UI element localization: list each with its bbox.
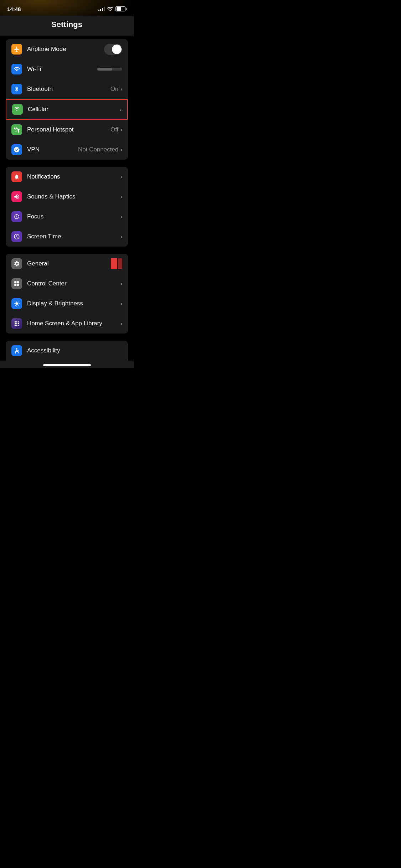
hotspot-chevron: ›	[120, 127, 122, 133]
general-icon	[11, 258, 22, 269]
bluetooth-row[interactable]: Bluetooth On ›	[6, 79, 128, 99]
connectivity-group: Airplane Mode Wi-Fi	[6, 39, 128, 160]
alerts-group: Notifications › Sounds & Haptics ›	[6, 167, 128, 247]
bluetooth-label: Bluetooth	[27, 86, 110, 93]
airplane-mode-icon	[11, 44, 22, 55]
notifications-chevron: ›	[120, 174, 122, 180]
focus-chevron: ›	[120, 214, 122, 219]
display-brightness-row[interactable]: Display & Brightness ›	[6, 294, 128, 314]
bluetooth-icon	[11, 84, 22, 94]
notifications-label: Notifications	[27, 173, 120, 180]
focus-icon	[11, 211, 22, 222]
general-row[interactable]: General	[6, 254, 128, 274]
sounds-label: Sounds & Haptics	[27, 193, 120, 200]
system-group: General Control Center ›	[6, 254, 128, 334]
notifications-row[interactable]: Notifications ›	[6, 167, 128, 187]
airplane-mode-toggle[interactable]	[104, 44, 122, 55]
content: 14:48 Settings	[0, 0, 134, 368]
home-screen-chevron: ›	[120, 321, 122, 326]
display-icon	[11, 298, 22, 309]
accessibility-partial-group: Accessibility	[6, 341, 128, 361]
general-notification-badge	[111, 258, 122, 269]
cellular-label: Cellular	[28, 106, 120, 113]
airplane-mode-row[interactable]: Airplane Mode	[6, 39, 128, 59]
display-brightness-label: Display & Brightness	[27, 300, 120, 307]
home-screen-label: Home Screen & App Library	[27, 320, 120, 327]
status-icons	[98, 6, 127, 12]
vpn-icon	[11, 144, 22, 155]
hotspot-label: Personal Hotspot	[27, 126, 110, 133]
notifications-icon	[11, 171, 22, 182]
hotspot-value: Off	[110, 126, 118, 133]
control-center-row[interactable]: Control Center ›	[6, 274, 128, 294]
signal-bars-icon	[98, 7, 105, 11]
vpn-chevron: ›	[120, 147, 122, 153]
page-wrapper: 14:48 Settings	[0, 0, 134, 368]
sounds-chevron: ›	[120, 194, 122, 200]
wifi-row-icon	[11, 64, 22, 74]
control-center-icon	[11, 278, 22, 289]
home-screen-row[interactable]: Home Screen & App Library ›	[6, 314, 128, 334]
wifi-row[interactable]: Wi-Fi	[6, 59, 128, 79]
screen-time-icon	[11, 231, 22, 242]
cellular-chevron: ›	[120, 107, 122, 112]
sounds-icon	[11, 191, 22, 202]
accessibility-row[interactable]: Accessibility	[6, 341, 128, 361]
bluetooth-chevron: ›	[120, 86, 122, 92]
screen-time-label: Screen Time	[27, 233, 120, 240]
cellular-row[interactable]: Cellular ›	[6, 99, 128, 120]
battery-indicator	[115, 6, 127, 11]
home-indicator-bar	[43, 364, 91, 366]
focus-label: Focus	[27, 213, 120, 220]
bluetooth-value: On	[110, 86, 119, 93]
vpn-value: Not Connected	[78, 146, 118, 153]
general-label: General	[27, 260, 111, 267]
focus-row[interactable]: Focus ›	[6, 207, 128, 227]
screen-time-chevron: ›	[120, 234, 122, 239]
wifi-label: Wi-Fi	[27, 66, 97, 73]
control-center-chevron: ›	[120, 281, 122, 286]
display-brightness-chevron: ›	[120, 301, 122, 306]
screen-time-row[interactable]: Screen Time ›	[6, 227, 128, 247]
airplane-mode-label: Airplane Mode	[27, 46, 104, 53]
accessibility-label: Accessibility	[27, 347, 122, 354]
home-indicator-area	[0, 361, 134, 368]
status-bar: 14:48	[0, 0, 134, 16]
page-title: Settings	[0, 16, 134, 36]
vpn-row[interactable]: VPN Not Connected ›	[6, 140, 128, 160]
accessibility-icon	[11, 345, 22, 356]
vpn-label: VPN	[27, 146, 78, 153]
wifi-value-bar	[97, 68, 122, 71]
cellular-icon	[12, 104, 23, 115]
personal-hotspot-row[interactable]: Personal Hotspot Off ›	[6, 120, 128, 140]
svg-point-0	[16, 348, 17, 349]
status-time: 14:48	[7, 6, 21, 12]
sounds-haptics-row[interactable]: Sounds & Haptics ›	[6, 187, 128, 207]
wifi-status-icon	[107, 6, 113, 12]
control-center-label: Control Center	[27, 280, 120, 287]
hotspot-icon	[11, 124, 22, 135]
home-screen-icon	[11, 318, 22, 329]
